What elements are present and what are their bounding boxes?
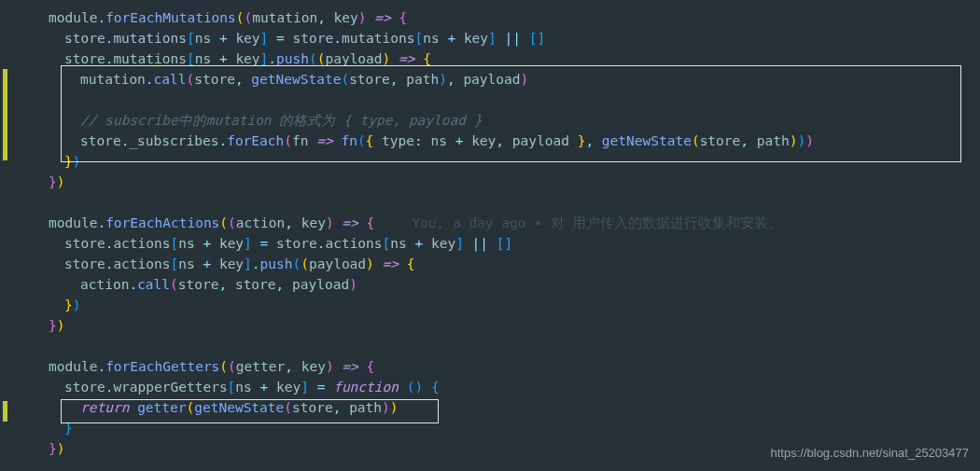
code-line: }): [17, 172, 980, 192]
code-line: module.forEachGetters((getter, key) => {: [17, 356, 980, 377]
code-line: store._subscribes.forEach(fn => fn({ typ…: [17, 131, 980, 151]
watermark: https://blog.csdn.net/sinat_25203477: [771, 443, 970, 464]
code-line: module.forEachActions((action, key) => {…: [17, 213, 980, 233]
git-blame-annotation: You, a day ago • 对 用户传入的数据进行收集和安装。: [412, 215, 782, 230]
code-line: }: [17, 418, 980, 438]
code-line: mutation.call(store, getNewState(store, …: [17, 69, 980, 90]
code-editor[interactable]: module.forEachMutations((mutation, key) …: [0, 0, 980, 459]
code-line: store.wrapperGetters[ns + key] = functio…: [17, 377, 980, 397]
code-line: store.mutations[ns + key].push((payload)…: [17, 48, 980, 69]
code-line: store.mutations[ns + key] = store.mutati…: [17, 28, 980, 48]
code-line: module.forEachMutations((mutation, key) …: [17, 7, 980, 28]
code-comment: // subscribe中的mutation 的格式为 { type, payl…: [17, 110, 980, 131]
code-line: store.actions[ns + key].push((payload) =…: [17, 254, 980, 274]
code-line: store.actions[ns + key] = store.actions[…: [17, 233, 980, 254]
code-line: }): [17, 315, 980, 336]
blank-line: [17, 90, 980, 110]
code-line: action.call(store, store, payload): [17, 274, 980, 295]
blank-line: [17, 192, 980, 213]
code-line: }): [17, 151, 980, 172]
code-line: return getter(getNewState(store, path)): [17, 397, 980, 418]
code-line: }): [17, 295, 980, 315]
blank-line: [17, 336, 980, 356]
